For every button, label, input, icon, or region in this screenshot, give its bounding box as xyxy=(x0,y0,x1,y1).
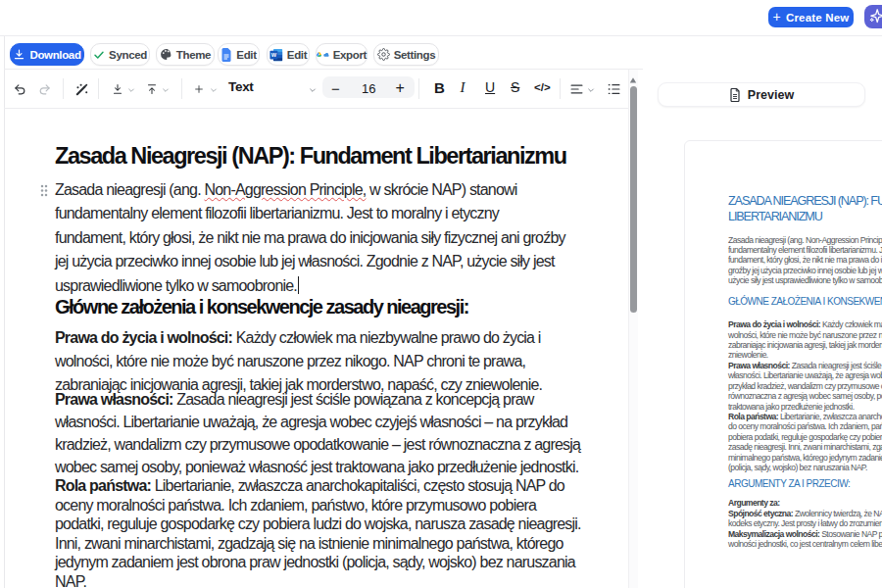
svg-text:W: W xyxy=(271,52,277,58)
